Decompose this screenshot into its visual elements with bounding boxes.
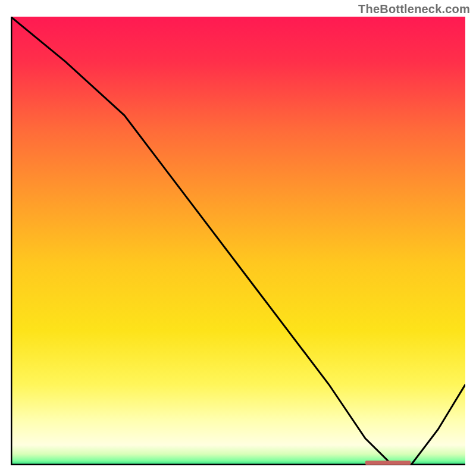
chart-area [11, 17, 465, 465]
chart-background [11, 17, 465, 465]
chart-svg [11, 17, 465, 465]
optimum-marker [365, 461, 411, 465]
watermark-text: TheBottleneck.com [358, 2, 470, 16]
